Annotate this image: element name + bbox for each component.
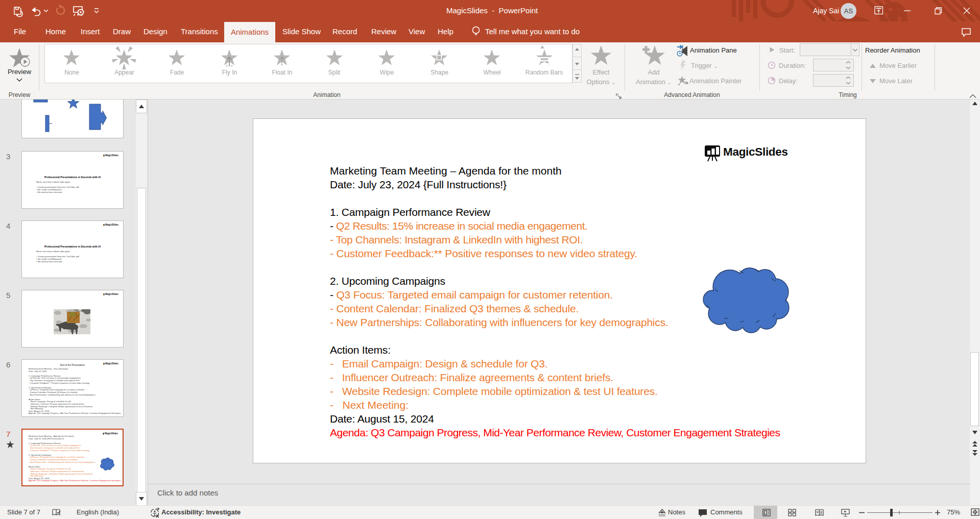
svg-text:MagicSlides: MagicSlides [723, 145, 788, 158]
